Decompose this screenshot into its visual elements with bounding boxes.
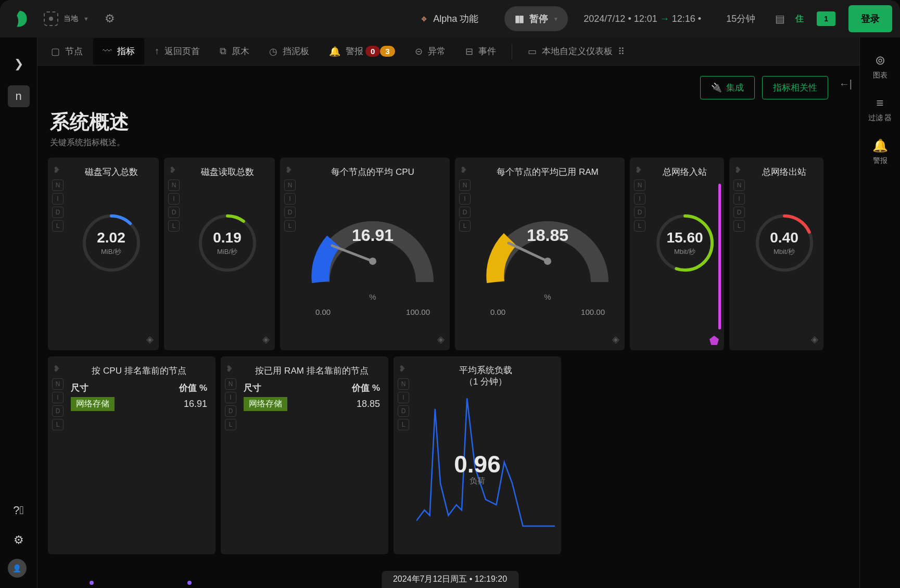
settings-icon[interactable]: ⚙: [102, 9, 118, 29]
node-count-badge[interactable]: 1: [817, 11, 835, 26]
donut-chart: 15.60Mbit/秒: [651, 209, 719, 277]
pause-button[interactable]: ▮▮ 暂停 ▾: [504, 6, 568, 31]
tab-logs[interactable]: ⧉原木: [210, 38, 259, 65]
card-title: 按已用 RAM 排名靠前的节点: [244, 365, 380, 377]
avatar[interactable]: 👤: [8, 559, 27, 578]
bulb-icon: ⌖: [421, 13, 427, 25]
pause-icon: ▮▮: [515, 13, 523, 24]
card-ram[interactable]: ❥ NIDL 每个节点的平均已用 RAM 18.85 % 0.00100.00: [455, 158, 625, 350]
time-range[interactable]: 2024/7/12 • 12:01 → 12:16 •: [573, 14, 712, 24]
pause-label: 暂停: [529, 12, 548, 25]
topbar: 当地 ▼ ⚙ ⌖ Alpha 功能 ▮▮ 暂停 ▾ 2024/7/12 • 12…: [0, 0, 900, 37]
login-button[interactable]: 登录: [848, 5, 892, 32]
tab-events[interactable]: ⊟事件: [456, 38, 505, 65]
plug-icon: 🔌: [711, 82, 722, 93]
collapse-right-icon[interactable]: ←|: [839, 78, 852, 90]
logs-icon: ⧉: [220, 46, 226, 57]
server-icon[interactable]: ▤: [770, 12, 790, 25]
card-cpu[interactable]: ❥ NIDL 每个节点的平均 CPU 16.91 % 0.00100.00: [280, 158, 450, 350]
card-title: 磁盘写入总数: [69, 166, 154, 178]
alert-badge-critical: 0: [365, 46, 380, 57]
card-title: 总网络出站: [750, 166, 818, 178]
tab-home[interactable]: ↑返回页首: [145, 38, 209, 65]
pulse-icon: ◈: [262, 334, 270, 345]
alert-badge-warning: 3: [380, 46, 395, 57]
leaf-icon: ❥: [734, 165, 741, 175]
pulse-icon: ◈: [146, 334, 154, 345]
tabbar: ▢节点 〰指标 ↑返回页首 ⧉原木 ◷挡泥板 🔔警报 0 3 ⊝异常 ⊟事件 ▭…: [37, 37, 859, 66]
tab-alerts[interactable]: 🔔警报 0 3: [320, 38, 404, 65]
footer-clock: 2024年7月12日周五 • 12:19:20: [382, 571, 518, 588]
gear-icon[interactable]: ⚙: [8, 529, 30, 551]
sidebar-item-node[interactable]: n: [8, 85, 30, 107]
sidebar-item-alerts[interactable]: 🔔警报: [872, 138, 888, 165]
tab-nodes[interactable]: ▢节点: [42, 38, 92, 65]
card-title: 总网络入站: [651, 166, 719, 178]
expand-sidebar-button[interactable]: ❯: [8, 53, 30, 75]
leaf-icon: ❥: [226, 364, 233, 374]
section-title: 系统概述: [48, 109, 849, 135]
arrow-right-icon: →: [660, 14, 672, 24]
sidebar-right: ⊚图表 ≡过滤 器 🔔警报: [859, 37, 900, 588]
integrate-button[interactable]: 🔌集成: [700, 76, 755, 99]
sidebar-item-filters[interactable]: ≡过滤 器: [868, 96, 892, 123]
donut-chart: 0.40Mbit/秒: [751, 209, 818, 277]
search-icon: ⊝: [415, 46, 423, 57]
card-top-ram-nodes[interactable]: ❥ NIDL 按已用 RAM 排名靠前的节点 尺寸价值 % 网络存储18.85: [221, 356, 388, 554]
up-arrow-icon: ↑: [155, 46, 159, 57]
svg-point-5: [369, 258, 376, 265]
main: ▢节点 〰指标 ↑返回页首 ⧉原木 ◷挡泥板 🔔警报 0 3 ⊝异常 ⊟事件 ▭…: [37, 37, 859, 588]
live-label: 住: [795, 14, 804, 24]
content: ←| 🔌集成 指标相关性 系统概述 关键系统指标概述。 ❥ NIDL 磁盘写入总…: [37, 66, 859, 588]
bell-icon: 🔔: [872, 138, 888, 153]
tab-dashboard[interactable]: ◷挡泥板: [260, 38, 319, 65]
tab-local-dashboard[interactable]: ▭本地自定义仪表板 ⠿: [518, 38, 634, 65]
sidebar-item-charts[interactable]: ⊚图表: [873, 53, 888, 80]
node-tag: 网络存储: [244, 397, 287, 411]
gauge-chart: 18.85 % 0.00100.00: [476, 194, 619, 329]
alpha-feature[interactable]: ⌖ Alpha 功能: [400, 12, 499, 25]
events-icon: ⊟: [465, 46, 473, 57]
alpha-label: Alpha 功能: [433, 12, 478, 25]
card-net-in[interactable]: ❥ NIDL 总网络入站 15.60Mbit/秒: [630, 158, 724, 350]
nodes-icon: ▢: [51, 46, 60, 57]
sidebar-left: ❯ n ?⃝ ⚙ 👤: [0, 37, 37, 588]
table-row[interactable]: 网络存储18.85: [244, 397, 380, 411]
display-icon: ▭: [528, 46, 537, 57]
leaf-icon: ❥: [53, 364, 60, 374]
tab-metrics[interactable]: 〰指标: [93, 38, 144, 65]
gauge-icon: ◷: [269, 46, 277, 57]
donut-chart: 2.02MiB/秒: [78, 209, 145, 277]
card-net-out[interactable]: ❥ NIDL 总网络出站 0.40Mbit/秒 ◈: [729, 158, 823, 350]
chevron-down-icon: ▾: [554, 16, 557, 22]
table-row[interactable]: 网络存储16.91: [71, 397, 207, 411]
help-icon[interactable]: ?⃝: [8, 500, 30, 521]
logo[interactable]: [8, 7, 31, 31]
leaf-icon: ❥: [169, 165, 176, 175]
node-tag: 网络存储: [71, 397, 115, 411]
card-disk-read[interactable]: ❥ NIDL 磁盘读取总数 0.19MiB/秒 ◈: [164, 158, 275, 350]
gauge-chart: 16.91 % 0.00100.00: [301, 194, 445, 329]
filter-icon: ≡: [876, 96, 883, 110]
pulse-icon: ◈: [612, 334, 619, 345]
section-subtitle: 关键系统指标概述。: [48, 137, 849, 148]
leaf-icon: ❥: [635, 165, 642, 175]
donut-chart: 0.19MiB/秒: [194, 209, 261, 277]
leaf-icon: ❥: [399, 364, 405, 374]
pulse-icon: ◈: [811, 334, 818, 345]
leaf-icon: ❥: [460, 165, 467, 175]
tab-anomaly[interactable]: ⊝异常: [405, 38, 455, 65]
scope-selector[interactable]: 当地 ▼: [36, 7, 96, 30]
card-disk-write[interactable]: ❥ NIDL 磁盘写入总数 2.02MiB/秒 ◈: [48, 158, 159, 350]
card-load-avg[interactable]: ❥ NIDL 平均系统负载（1 分钟） 0.96负荷: [394, 356, 561, 554]
card-top-cpu-nodes[interactable]: ❥ NIDL 按 CPU 排名靠前的节点 尺寸价值 % 网络存储16.91: [48, 356, 216, 554]
chevron-down-icon: ▼: [83, 16, 89, 22]
card-title: 每个节点的平均已用 RAM: [476, 166, 619, 178]
pulse-icon: [709, 336, 719, 345]
leaf-icon: ❥: [285, 165, 292, 175]
duration[interactable]: 15分钟: [717, 12, 765, 25]
scope-label: 当地: [64, 14, 78, 23]
card-title: 磁盘读取总数: [185, 166, 270, 178]
vbar: [718, 184, 721, 329]
correlate-button[interactable]: 指标相关性: [762, 76, 828, 99]
